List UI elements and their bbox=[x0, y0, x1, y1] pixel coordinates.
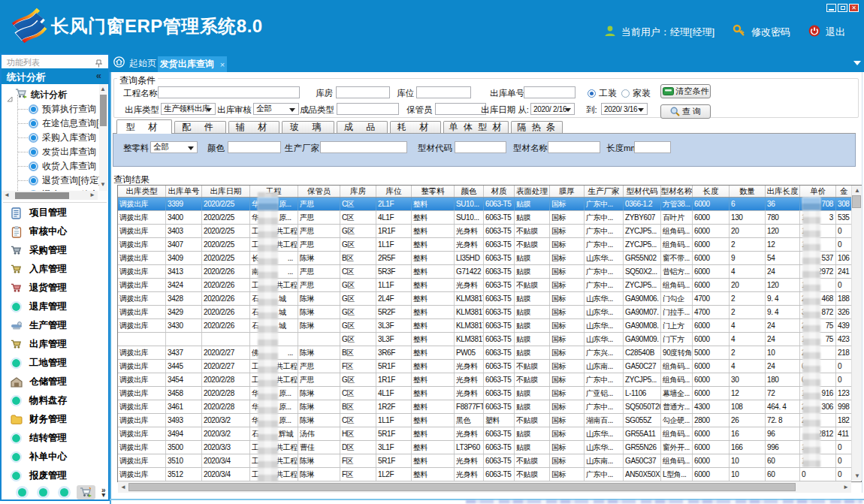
sidebar-item-财务管理[interactable]: 财务管理 bbox=[2, 410, 108, 429]
close-button[interactable]: ✕ bbox=[849, 4, 859, 12]
grid-col-生产厂家[interactable]: 生产厂家 bbox=[585, 186, 624, 197]
grid-scroll-down-icon[interactable]: ▼ bbox=[854, 473, 860, 479]
sidebar-item-退库管理[interactable]: 退库管理 bbox=[2, 297, 108, 316]
material-tab-成品[interactable]: 成 品 bbox=[337, 121, 388, 133]
sidebar-item-出库管理[interactable]: 出库管理 bbox=[2, 335, 108, 354]
location-input[interactable] bbox=[416, 86, 471, 98]
grid-col-出库单号[interactable]: 出库单号 bbox=[166, 186, 202, 197]
grid-row-14[interactable]: 调拨出库34542020/2/28工共工程严思G区1R1F整料光身料6063-T… bbox=[118, 373, 851, 387]
grid-col-库房[interactable]: 库房 bbox=[340, 186, 376, 197]
grid-row-8[interactable]: 调拨出库34282020/2/26石城陈琳G区2L4F整料KLM38176063… bbox=[118, 292, 851, 306]
change-password-link[interactable]: 修改密码 bbox=[751, 26, 790, 39]
grid-row-2[interactable]: 调拨出库34002020/2/25华原...严思C区4L1F整料SU10...6… bbox=[118, 211, 851, 225]
sidebar-item-退货管理[interactable]: 退货管理 bbox=[2, 279, 108, 297]
sidebar-item-工地管理[interactable]: 工地管理 bbox=[2, 354, 108, 373]
grid-row-20[interactable]: 调拨出库35102020/3/4工共工程陈琳F区5R1F整料光身料6063-T5… bbox=[118, 454, 851, 468]
grid-row-11[interactable]: G区3L3F整料KLM38176063-T5贴膜国标山东华...GA90M09.… bbox=[118, 333, 851, 346]
grid-row-3[interactable]: 调拨出库34032020/2/25工共工程严思G区1R1F整料光身料6063-T… bbox=[118, 225, 851, 238]
search-button[interactable]: 查 询 bbox=[660, 104, 711, 119]
grid-scroll-left-icon[interactable]: ◄ bbox=[120, 484, 126, 490]
grid-row-9[interactable]: 调拨出库34292020/2/26石城陈琳G区5R2F整料KLM38176063… bbox=[118, 306, 851, 319]
teal-circle-icon[interactable] bbox=[18, 488, 26, 496]
color-input[interactable] bbox=[228, 141, 281, 153]
grid-col-颜色[interactable]: 颜色 bbox=[455, 186, 484, 197]
project-name-input[interactable] bbox=[158, 86, 300, 98]
order-no-input[interactable] bbox=[524, 86, 575, 98]
sidebar-item-报废管理[interactable]: 报废管理 bbox=[2, 466, 108, 485]
radio-gongzhuang[interactable]: 工装 bbox=[588, 87, 617, 100]
sidebar-item-采购管理[interactable]: 采购管理 bbox=[2, 241, 108, 260]
tab-home[interactable]: 起始页 bbox=[113, 56, 156, 70]
profile-code-input[interactable] bbox=[455, 141, 506, 153]
tree-item-2[interactable]: 在途信息查询[待 bbox=[2, 116, 107, 131]
keeper-input[interactable] bbox=[435, 103, 486, 115]
sidebar-item-仓储管理[interactable]: 仓储管理 bbox=[2, 373, 108, 391]
grid-row-5[interactable]: 调拨出库34092020/2/25长...陈琳B区2R5F整料LI35HD606… bbox=[118, 252, 851, 265]
grid-row-7[interactable]: 调拨出库34242020/2/26工共工程严思G区1L1F整料光身料6063-T… bbox=[118, 279, 851, 292]
grid-row-17[interactable]: 调拨出库34932020/3/2华原...陈琳C区1L1F整料黑色塑料不贴膜国标… bbox=[118, 414, 851, 427]
grid-col-出库日期[interactable]: 出库日期 bbox=[202, 186, 250, 197]
grid-col-型材代码[interactable]: 型材代码 bbox=[624, 186, 661, 197]
grid-col-库位[interactable]: 库位 bbox=[376, 186, 412, 197]
grid-col-出库类型[interactable]: 出库类型 bbox=[118, 186, 166, 197]
tree-item-3[interactable]: 采购入库查询 bbox=[2, 131, 96, 145]
material-tab-耗材[interactable]: 耗 材 bbox=[390, 121, 441, 133]
grid-col-材质[interactable]: 材质 bbox=[484, 186, 515, 197]
tab-close-icon[interactable]: × bbox=[220, 60, 225, 69]
grid-scroll-right-icon[interactable]: ► bbox=[843, 484, 849, 490]
grid-col-保管员[interactable]: 保管员 bbox=[298, 186, 340, 197]
sidebar-section-header[interactable]: 统计分析 « bbox=[2, 68, 108, 84]
material-tab-配件[interactable]: 配 件 bbox=[174, 121, 226, 133]
sidebar-item-入库管理[interactable]: 入库管理 bbox=[2, 260, 108, 279]
grid-row-21[interactable]: 调拨出库35122020/3/4工共工程陈琳F区1L2F整料光身料6063-T5… bbox=[118, 468, 851, 481]
tree-item-4[interactable]: 发货出库查询 bbox=[2, 145, 96, 159]
collapse-icon[interactable]: « bbox=[96, 70, 101, 81]
material-tab-辅材[interactable]: 辅 材 bbox=[228, 121, 279, 133]
grid-row-12[interactable]: 调拨出库34372020/2/27佛...陈琳B区3R6F整料PW056063-… bbox=[118, 346, 851, 360]
tab-list-dropdown-icon[interactable] bbox=[853, 61, 861, 65]
whole-part-dropdown[interactable]: 全部 bbox=[150, 141, 198, 153]
grid-vertical-scrollbar[interactable] bbox=[851, 186, 862, 481]
sidebar-item-项目管理[interactable]: 项目管理 bbox=[2, 204, 108, 222]
grid-col-整零料[interactable]: 整零料 bbox=[412, 186, 455, 197]
grid-col-出库长度[interactable]: 出库长度 bbox=[766, 186, 800, 197]
length-input[interactable] bbox=[634, 141, 671, 153]
date-from-dropdown[interactable]: 2020/ 2/16 bbox=[530, 103, 575, 115]
tab-shipping-query[interactable]: 发货出库查询 × bbox=[158, 56, 227, 72]
sidebar-item-审核中心[interactable]: 审核中心 bbox=[2, 222, 108, 241]
teal-circle-icon[interactable] bbox=[60, 488, 68, 496]
grid-col-表面处理[interactable]: 表面处理 bbox=[515, 186, 550, 197]
clear-conditions-button[interactable]: 清空条件 bbox=[660, 84, 711, 98]
tree-item-1[interactable]: 预算执行查询 bbox=[2, 102, 96, 116]
teal-circle-icon[interactable] bbox=[39, 488, 47, 496]
tree-horizontal-scrollbar-thumb[interactable] bbox=[15, 192, 69, 199]
grid-row-16[interactable]: 调拨出库34612020/2/28华原...陈琳B区1R2F整料F8877FT6… bbox=[118, 400, 851, 414]
out-type-dropdown[interactable]: 生产领料出库 bbox=[161, 103, 216, 115]
material-tab-单体型材[interactable]: 单 体 型 材 bbox=[443, 121, 509, 133]
sidebar-item-物料盘存[interactable]: 物料盘存 bbox=[2, 391, 108, 410]
tree-scroll-up-icon[interactable]: ▲ bbox=[100, 86, 106, 92]
tree-expander-icon[interactable] bbox=[7, 92, 13, 98]
grid-row-13[interactable]: 调拨出库34452020/2/27工共工程严思F区5R1F整料光身料6063-T… bbox=[118, 360, 851, 373]
tree-scroll-left-icon[interactable]: ◄ bbox=[4, 192, 10, 198]
tree-scroll-right-icon[interactable]: ► bbox=[89, 192, 95, 198]
minimize-button[interactable] bbox=[826, 4, 836, 12]
grid-row-6[interactable]: 调拨出库34132020/2/26南...严思C区5R3F整料G71422606… bbox=[118, 265, 851, 279]
grid-col-型材名称[interactable]: 型材名称 bbox=[661, 186, 693, 197]
grid-row-15[interactable]: 调拨出库34582020/2/28华原...陈琳C区4L1F整料光身料6063-… bbox=[118, 387, 851, 400]
grid-col-膜厚[interactable]: 膜厚 bbox=[550, 186, 585, 197]
grid-col-单价[interactable]: 单价 bbox=[800, 186, 836, 197]
profile-name-input[interactable] bbox=[548, 141, 600, 153]
tree-root[interactable]: 统计分析 bbox=[2, 87, 67, 102]
grid-scroll-up-icon[interactable]: ▲ bbox=[854, 188, 860, 194]
sidebar-overflow-icon[interactable]: »▾ bbox=[101, 488, 106, 497]
grid-horizontal-scrollbar-thumb[interactable] bbox=[128, 483, 796, 491]
sidebar-item-补单中心[interactable]: 补单中心 bbox=[2, 448, 108, 466]
grid-row-10[interactable]: 调拨出库34302020/2/26石城陈琳G区3L3F整料KLM38176063… bbox=[118, 319, 851, 333]
material-tab-玻璃[interactable]: 玻 璃 bbox=[282, 121, 334, 133]
grid-row-4[interactable]: 调拨出库34072020/2/25工共工程严思G区1L1F整料光身料6063-T… bbox=[118, 238, 851, 252]
grid-row-1[interactable]: 调拨出库33992020/2/25华原...严思C区2L1F整料SU10...6… bbox=[118, 198, 851, 211]
tree-vertical-scrollbar-thumb[interactable] bbox=[100, 95, 107, 126]
maximize-button[interactable] bbox=[838, 4, 847, 12]
tree-scroll-down-icon[interactable]: ▼ bbox=[100, 182, 106, 188]
